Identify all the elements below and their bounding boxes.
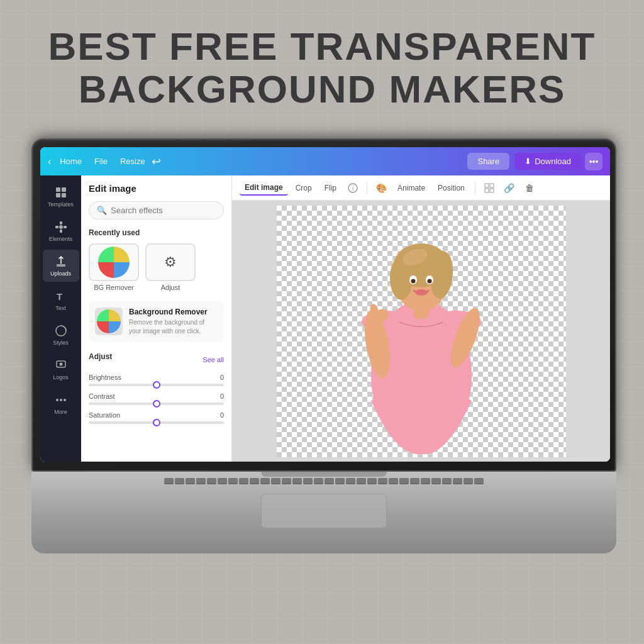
svg-rect-2	[56, 193, 60, 197]
svg-rect-21	[485, 189, 489, 192]
woman-svg	[333, 212, 509, 457]
bg-remover-info: Background Remover Remove the background…	[129, 308, 218, 336]
sidebar-item-text[interactable]: T Text	[43, 284, 79, 316]
recently-used-label: Recently used	[89, 228, 224, 237]
adjust-sliders-icon: ⚙	[164, 254, 177, 270]
brightness-label: Brightness	[89, 374, 121, 381]
color-icon[interactable]: 🎨	[372, 179, 390, 197]
saturation-value: 0	[220, 411, 224, 419]
sidebar-item-more[interactable]: More	[43, 388, 79, 420]
sidebar-item-logos[interactable]: Logos	[43, 353, 79, 386]
bg-remover-pie	[97, 309, 121, 333]
brightness-value: 0	[220, 374, 224, 381]
saturation-thumb[interactable]	[153, 419, 160, 426]
text-label: Text	[55, 305, 66, 311]
share-button[interactable]: Share	[467, 153, 509, 170]
crop-btn[interactable]: Crop	[291, 181, 317, 195]
headline: BEST FREE TRANSPARENT BACKGROUND MAKERS	[0, 25, 644, 111]
trash-icon[interactable]: 🗑	[521, 179, 538, 197]
adjust-label: Adjust	[161, 284, 180, 291]
canvas-checkerboard	[277, 206, 566, 457]
contrast-thumb[interactable]	[153, 400, 160, 408]
svg-point-15	[60, 399, 62, 401]
svg-rect-1	[62, 187, 66, 192]
svg-point-13	[59, 363, 62, 366]
bg-remover-thumb	[89, 243, 139, 281]
templates-label: Templates	[48, 201, 74, 208]
svg-rect-5	[55, 226, 58, 228]
main-content: Templates Elements Uploads	[40, 175, 610, 462]
animate-btn[interactable]: Animate	[392, 181, 430, 195]
templates-icon	[54, 186, 68, 199]
toolbar-separator-2	[475, 182, 475, 194]
uploads-label: Uploads	[50, 270, 71, 277]
brightness-track[interactable]	[89, 384, 224, 386]
bg-remover-card[interactable]: Background Remover Remove the background…	[89, 301, 224, 342]
back-icon[interactable]: ‹	[48, 156, 51, 167]
svg-rect-19	[485, 184, 489, 187]
link-icon[interactable]: 🔗	[501, 179, 518, 197]
sidebar: Templates Elements Uploads	[40, 175, 81, 462]
svg-rect-7	[60, 221, 62, 225]
info-icon[interactable]: i	[344, 179, 362, 197]
laptop-lid: ‹ Home File Resize ↩ Share ⬇ Download ••…	[31, 138, 616, 472]
nav-home[interactable]: Home	[53, 154, 88, 169]
brightness-label-row: Brightness 0	[89, 374, 224, 381]
app-ui: ‹ Home File Resize ↩ Share ⬇ Download ••…	[40, 147, 610, 462]
position-btn[interactable]: Position	[433, 181, 470, 195]
pattern-icon[interactable]	[480, 179, 498, 197]
edit-panel: Edit image 🔍 Recently used BG Re	[81, 175, 232, 462]
laptop-touchpad	[261, 494, 387, 528]
contrast-slider-row: Contrast 0	[89, 392, 224, 405]
elements-label: Elements	[49, 236, 73, 242]
download-button[interactable]: ⬇ Download	[514, 153, 581, 170]
brightness-thumb[interactable]	[153, 381, 160, 389]
nav-resize[interactable]: Resize	[114, 154, 152, 169]
more-icon: •••	[589, 157, 599, 167]
saturation-label: Saturation	[89, 411, 120, 419]
nav-file[interactable]: File	[88, 154, 114, 169]
svg-rect-0	[56, 187, 60, 192]
effects-grid: BG Remover ⚙ Adjust	[89, 243, 224, 291]
pie-chart-icon	[98, 247, 130, 278]
canvas-viewport[interactable]	[232, 201, 610, 462]
more-dots-icon	[54, 393, 68, 407]
woman-figure	[333, 212, 509, 457]
more-button[interactable]: •••	[585, 153, 602, 170]
saturation-track[interactable]	[89, 421, 224, 424]
edit-image-btn[interactable]: Edit image	[240, 180, 288, 196]
sidebar-item-uploads[interactable]: Uploads	[43, 250, 79, 282]
svg-point-39	[415, 289, 428, 296]
effect-adjust[interactable]: ⚙ Adjust	[145, 243, 196, 291]
svg-point-37	[411, 279, 415, 283]
contrast-track[interactable]	[89, 402, 224, 405]
svg-rect-22	[490, 189, 494, 192]
undo-icon[interactable]: ↩	[152, 155, 161, 169]
uploads-icon	[54, 255, 68, 269]
laptop-base	[31, 472, 616, 553]
svg-point-14	[56, 399, 58, 401]
search-box[interactable]: 🔍	[89, 201, 224, 219]
svg-rect-20	[490, 184, 494, 187]
search-input[interactable]	[111, 206, 216, 215]
adjust-thumb: ⚙	[145, 243, 196, 281]
logos-label: Logos	[53, 374, 69, 380]
sidebar-item-elements[interactable]: Elements	[43, 215, 79, 247]
search-icon: 🔍	[97, 206, 107, 215]
svg-point-4	[59, 225, 63, 229]
download-label: Download	[535, 157, 571, 166]
effect-bg-remover[interactable]: BG Remover	[89, 243, 139, 291]
svg-rect-8	[60, 230, 62, 233]
logos-icon	[54, 358, 68, 372]
headline-line2: BACKGROUND MAKERS	[0, 68, 644, 111]
more-label: More	[54, 409, 67, 415]
flip-btn[interactable]: Flip	[319, 181, 341, 195]
bg-remover-label: BG Remover	[94, 284, 134, 291]
styles-label: Styles	[53, 340, 69, 346]
see-all-button[interactable]: See all	[203, 356, 224, 364]
saturation-slider-row: Saturation 0	[89, 411, 224, 424]
canvas-area: Edit image Crop Flip i 🎨 Animate Positio…	[232, 175, 610, 462]
sidebar-item-styles[interactable]: Styles	[43, 319, 79, 351]
sidebar-item-templates[interactable]: Templates	[43, 180, 79, 213]
contrast-label-row: Contrast 0	[89, 392, 224, 400]
